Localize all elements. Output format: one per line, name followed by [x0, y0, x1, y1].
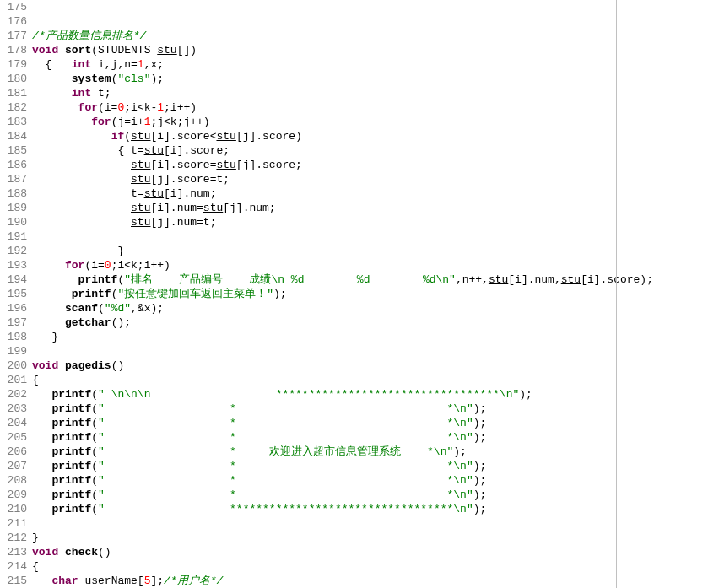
line-number: 200 — [0, 359, 27, 373]
line-number: 208 — [0, 473, 27, 488]
line-number: 181 — [0, 86, 27, 100]
line-number: 193 — [0, 258, 27, 272]
line-number: 178 — [0, 43, 27, 57]
line-number: 177 — [0, 29, 27, 43]
line-number: 202 — [0, 387, 27, 402]
line-number: 201 — [0, 373, 27, 387]
line-number: 176 — [0, 14, 27, 29]
print-margin — [616, 0, 617, 588]
line-number: 179 — [0, 57, 27, 72]
line-number: 212 — [0, 531, 27, 545]
line-number: 195 — [0, 287, 27, 301]
line-number: 211 — [0, 516, 27, 531]
line-number: 197 — [0, 316, 27, 330]
line-number: 185 — [0, 143, 27, 158]
line-number: 175 — [0, 0, 27, 14]
line-number: 192 — [0, 244, 27, 258]
line-number: 180 — [0, 72, 27, 86]
line-number: 194 — [0, 272, 27, 287]
line-number: 198 — [0, 330, 27, 344]
line-number: 187 — [0, 172, 27, 186]
line-number: 206 — [0, 445, 27, 459]
line-number: 191 — [0, 229, 27, 244]
line-number: 186 — [0, 158, 27, 172]
line-number: 214 — [0, 559, 27, 574]
code-editor[interactable]: 1751761771781791801811821831841851861871… — [0, 0, 719, 588]
line-number: 196 — [0, 301, 27, 316]
line-number: 199 — [0, 344, 27, 359]
line-number: 182 — [0, 100, 27, 115]
line-number: 190 — [0, 215, 27, 229]
line-number: 205 — [0, 430, 27, 445]
line-number: 189 — [0, 201, 27, 215]
line-number: 188 — [0, 186, 27, 201]
line-number: 203 — [0, 402, 27, 416]
line-number: 215 — [0, 574, 27, 588]
line-number: 204 — [0, 416, 27, 430]
line-number: 210 — [0, 502, 27, 516]
code-area[interactable]: /*产品数量信息排名*/void sort(STUDENTS stu[]) { … — [32, 0, 719, 588]
line-number: 184 — [0, 129, 27, 143]
line-number-gutter: 1751761771781791801811821831841851861871… — [0, 0, 32, 588]
line-number: 213 — [0, 545, 27, 559]
line-number: 209 — [0, 488, 27, 502]
line-number: 207 — [0, 459, 27, 473]
line-number: 183 — [0, 115, 27, 129]
